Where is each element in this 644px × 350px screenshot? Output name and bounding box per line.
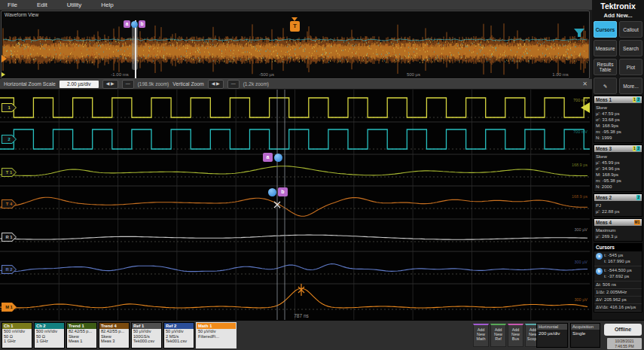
svg-text:300 µV: 300 µV [574, 297, 588, 302]
trigger-position-icon[interactable]: T [290, 21, 300, 32]
svg-text:787 ns: 787 ns [294, 313, 309, 318]
channel-card-ref1[interactable]: Ref 150 µV/div100GS/sTek000.csv [131, 322, 162, 348]
h-zoom-reset-button[interactable]: — [122, 80, 134, 89]
overview-cursor-line[interactable] [135, 20, 136, 78]
cursors-button[interactable]: Cursors [594, 21, 617, 38]
horizontal-settings-panel[interactable]: Horizontal 200 µs/div [536, 323, 568, 348]
meas-value-line: Skew [596, 105, 640, 111]
cursor-a-handle[interactable] [274, 154, 282, 162]
channel-badge-t1[interactable]: T 1 [2, 168, 17, 177]
meas-panel-meas1[interactable]: Meas 112Skewµ': 47.59 psσ': 33.68 psM: 1… [594, 96, 642, 143]
meas-value-line: Maximum [596, 227, 640, 233]
channel-card-setting: 500 mV/div [35, 329, 64, 334]
channel-card-math1[interactable]: Math 150 µV/divFilteredFi... [196, 322, 237, 348]
channel-badge-r1[interactable]: R 1 [2, 233, 17, 242]
v-zoom-arrows-button[interactable]: ◀ ▶ [208, 80, 224, 89]
cursor-value-line: t: -37.692 ps [604, 274, 632, 280]
channel-card-setting: 82.42/55 p... [67, 329, 96, 334]
channel-card-trend4[interactable]: Trend 482.42/55 p...SkewMeas 3 [99, 322, 130, 348]
source-badge: 2 [636, 195, 640, 200]
callout-button[interactable]: Callout [619, 21, 642, 38]
offline-button[interactable]: Offline [604, 324, 642, 336]
cursor-readout-row: bt: -544.500 µst: -37.692 ps [594, 266, 642, 282]
meas-value-line: σ': 33.68 ps [596, 117, 640, 123]
add-new-bus-button[interactable]: AddNewBus [508, 324, 523, 347]
meas-panel-header[interactable]: Meas 112 [594, 96, 642, 103]
channel-badge-1[interactable]: 1 [2, 103, 17, 112]
channel-card-setting: 1 GHz [2, 339, 32, 344]
channel-card-setting: 50 µV/div [132, 329, 161, 334]
cursors-readout-panel[interactable]: Cursors at: -545 µst: 167.990 µsbt: -544… [594, 243, 642, 312]
menu-bar: FileEditUtilityHelp [0, 0, 592, 11]
channel-badge-2[interactable]: 2 [2, 135, 17, 144]
meas-value-line: m: -95.38 ps [596, 129, 640, 135]
menu-help[interactable]: Help [101, 2, 113, 8]
cursor-b-badge[interactable]: b [278, 187, 288, 196]
channel-card-title: Trend 4 [99, 323, 129, 329]
cursor-stat-line: Δt: 506 ns [594, 282, 642, 289]
plot-button[interactable]: Plot [619, 59, 642, 75]
meas-panel-name: Meas 1 [596, 97, 632, 102]
meas-panel-name: Meas 2 [596, 195, 636, 200]
right-sidebar: Tektronix Add New... CursorsCalloutMeasu… [592, 0, 644, 320]
meas-value-line: M: 168.9ps [596, 172, 640, 178]
cursor-a-badge[interactable]: a [263, 153, 273, 162]
channel-badge-label: 2 [2, 135, 16, 143]
filter-funnel-icon[interactable] [572, 28, 588, 38]
search-button[interactable]: Search [619, 40, 642, 56]
more----button[interactable]: More... [619, 78, 642, 94]
menu-utility[interactable]: Utility [67, 2, 82, 8]
menu-file[interactable]: File [8, 2, 17, 8]
cursor-stat-line: ΔV/Δt: 416.16 ps/µs [594, 304, 642, 312]
meas-panel-meas3[interactable]: Meas 312Skewµ': 45.99 psσ': 34.96 psM: 1… [594, 145, 642, 192]
meas-value-line: m: -95.38 ps [596, 178, 640, 184]
oscilloscope-app: FileEditUtilityHelp Waveform View a b T … [0, 0, 644, 350]
datetime-line: 7:46:55 PM [607, 344, 642, 349]
measure-button[interactable]: Measure [594, 40, 617, 56]
h-zoom-arrows-button[interactable]: ◀ ▶ [102, 80, 118, 89]
channel-card-ref2[interactable]: Ref 250 µV/div2 MS/sTek001.csv [163, 322, 194, 348]
meas-panel-header[interactable]: Meas 22 [594, 194, 642, 201]
add-new-math-button[interactable]: AddNewMath [473, 324, 489, 347]
channel-card-trend1[interactable]: Trend 182.42/55 p...SkewMeas 1 [66, 322, 97, 348]
channel-card-setting: 50 µV/div [164, 329, 194, 334]
v-zoom-reset-button[interactable]: — [227, 80, 240, 89]
cursor-a-marker[interactable]: a [124, 20, 130, 28]
overview-title: Waveform View [5, 12, 38, 17]
cursor-stat-line: 1/Δt: 2.005MHz [594, 289, 642, 297]
channel-badge-m1[interactable]: M 1 [2, 303, 17, 312]
channel-card-title: Math 1 [197, 323, 236, 329]
source-badge: 2 [636, 146, 640, 151]
horizontal-zoom-scale-input[interactable]: 2.00 µs/div [60, 81, 99, 88]
svg-text:168.9 ps: 168.9 ps [572, 163, 588, 167]
acquisition-settings-panel[interactable]: Acquisition Single [570, 323, 600, 348]
draw-annotation-button[interactable]: ✎ [594, 78, 617, 94]
channel-badge-r2[interactable]: R 2 [2, 265, 17, 274]
menu-edit[interactable]: Edit [37, 2, 47, 8]
channel-card-setting: 1 GHz [35, 339, 64, 344]
cursor-b-marker[interactable]: b [139, 20, 145, 28]
meas-panel-body: Skewµ': 45.99 psσ': 34.96 psM: 168.9psm:… [594, 152, 642, 191]
meas-panel-meas2[interactable]: Meas 22PJµ': 22.88 ps [594, 193, 642, 217]
svg-text:300 µV: 300 µV [574, 260, 588, 264]
vertical-zoom-label: Vertical Zoom [172, 81, 204, 87]
zoom-close-icon[interactable]: ✕ [582, 81, 588, 87]
waveform-overview-panel[interactable]: Waveform View a b T -1.00 ms-500 µs500 µ… [1, 11, 590, 79]
cursor-link-handle[interactable] [131, 21, 138, 28]
channel-card-setting: Meas 3 [99, 339, 129, 344]
cursor-b-handle[interactable] [268, 188, 276, 196]
add-new-ref-button[interactable]: AddNewRef [490, 324, 506, 347]
channel-badge-t4[interactable]: T 4 [2, 199, 17, 208]
source-badge: 2 [636, 97, 640, 102]
channel-card-setting: 100GS/s [132, 334, 161, 339]
meas-panel-meas4[interactable]: Meas 4M1Maximumµ': 269.3 µ [594, 218, 642, 242]
meas-panel-header[interactable]: Meas 312 [594, 145, 642, 152]
results-table-button[interactable]: Results Table [594, 59, 617, 75]
add-new-button-grid: CursorsCalloutMeasureSearchResults Table… [594, 21, 642, 94]
channel-card-ch2[interactable]: Ch 2500 mV/div50 Ω1 GHz [34, 322, 65, 348]
add-new-label: Add New... [594, 12, 642, 20]
cursor-readout-values: t: -544.500 µst: -37.692 ps [604, 268, 632, 279]
main-waveform-area[interactable]: 700 mV700 mV168.9 ps168.9 ps300 µV300 µV… [0, 90, 592, 320]
channel-card-ch1[interactable]: Ch 1500 mV/div50 Ω1 GHz [2, 322, 32, 348]
meas-panel-header[interactable]: Meas 4M1 [594, 219, 642, 226]
